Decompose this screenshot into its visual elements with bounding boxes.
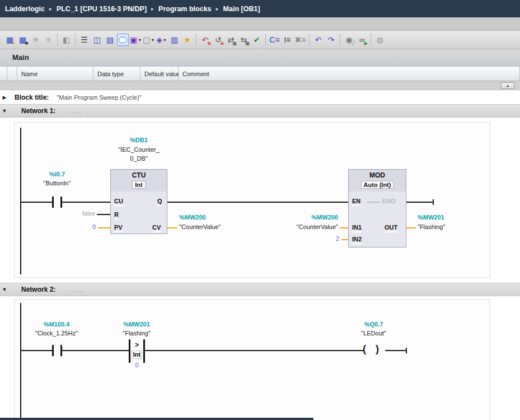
wire: [406, 202, 433, 203]
open-all-networks-icon[interactable]: ✳: [30, 34, 41, 46]
breadcrumb-item[interactable]: PLC_1 [CPU 1516-3 PN/DP]: [57, 5, 147, 13]
contact-bar: [52, 197, 54, 208]
pin-cv: CV: [152, 224, 161, 232]
monitoring-on-off-icon: C≡: [269, 36, 279, 44]
insert-network-icon[interactable]: ▦✶: [4, 34, 16, 46]
network2-header[interactable]: ▼ Network 2: ......: [0, 283, 520, 296]
data-block-icon[interactable]: ◍: [374, 34, 386, 46]
block-title-value[interactable]: "Main Program Sweep (Cycle)": [57, 94, 141, 101]
table-lead-cell: [7, 66, 17, 81]
expand-arrow-icon[interactable]: ▼: [0, 287, 9, 292]
comparator-name[interactable]: "Flashing": [109, 330, 165, 337]
toolbar-separator: [371, 34, 371, 45]
wire: [385, 350, 406, 351]
network-comments-toggle-icon[interactable]: ⋯: [117, 34, 129, 46]
insert-branch-icon[interactable]: ▥: [168, 34, 180, 46]
insert-move-box-icon-dropdown[interactable]: ▼: [163, 38, 167, 42]
comparator-type[interactable]: Int: [128, 349, 146, 359]
power-rail: [20, 128, 21, 274]
expand-arrow-icon[interactable]: ▼: [0, 108, 9, 114]
wire: [167, 202, 348, 203]
jump-to-previous-icon: ↶: [315, 36, 322, 44]
coil-symbol[interactable]: ( ): [363, 343, 382, 355]
test-trace-icon[interactable]: ∞▶: [356, 34, 368, 46]
out-address[interactable]: %MW201: [418, 214, 444, 221]
in1-address[interactable]: %MW200: [254, 214, 338, 221]
modify-operand-icon[interactable]: ✖≡: [294, 34, 306, 46]
in2-operand[interactable]: 2: [313, 235, 339, 242]
en-eno-dash: [367, 202, 380, 203]
in1-name[interactable]: "CounterValue": [254, 223, 338, 230]
insert-comment-box-icon[interactable]: ▢▼: [143, 34, 154, 46]
comparator-operand[interactable]: 0: [128, 362, 146, 368]
monitor-operand-icon: I≡: [284, 36, 291, 44]
column-header-name[interactable]: Name: [17, 66, 93, 81]
wire: [20, 202, 52, 203]
insert-empty-box-icon[interactable]: ▣▼: [130, 34, 142, 46]
coil-name[interactable]: "LEDout": [347, 330, 400, 337]
out-name[interactable]: "Flashing": [418, 223, 445, 230]
column-header-data-type[interactable]: Data type: [93, 66, 140, 81]
mod-type[interactable]: Auto (Int): [361, 181, 394, 189]
contact-name[interactable]: "ButtonIn": [32, 180, 82, 186]
cv-name[interactable]: "CounterValue": [179, 223, 221, 230]
network1-comment-placeholder[interactable]: .....: [71, 108, 82, 114]
collapse-networks-icon[interactable]: ▤: [104, 34, 116, 46]
insert-move-box-icon[interactable]: ◈▼: [156, 34, 167, 46]
bottom-divider: [0, 418, 313, 420]
go-to-previous-error-icon[interactable]: ↶⊗: [199, 34, 211, 46]
block-title-row: ▶ Block title: "Main Program Sweep (Cycl…: [0, 90, 520, 104]
expand-networks-icon[interactable]: ◫: [91, 34, 103, 46]
pin-pv: PV: [114, 224, 123, 232]
jump-to-next-icon[interactable]: ↷: [325, 34, 337, 46]
breadcrumb-item[interactable]: Main [OB1]: [223, 5, 260, 13]
close-all-networks-icon[interactable]: ✳: [43, 34, 54, 46]
breadcrumb-item[interactable]: Program blocks: [158, 5, 211, 13]
column-header-comment[interactable]: Comment: [179, 66, 520, 81]
comparator-operator[interactable]: >: [130, 341, 143, 349]
power-rail: [20, 303, 21, 418]
cv-address[interactable]: %MW200: [179, 214, 206, 221]
jump-to-previous-icon[interactable]: ↶: [312, 34, 324, 46]
favorites-icon[interactable]: ★: [181, 34, 193, 46]
network1-box: [14, 122, 490, 278]
r-operand[interactable]: false: [66, 210, 95, 217]
update-block-call-icon[interactable]: ⇄▦: [225, 34, 237, 46]
comparator-address[interactable]: %MW201: [109, 321, 165, 328]
call-environment-icon-badge: ╱: [352, 41, 355, 46]
call-environment-icon[interactable]: ◉╱: [343, 34, 355, 46]
network2-comment-placeholder[interactable]: ......: [71, 287, 84, 293]
scroll-up-button[interactable]: ▲: [501, 82, 514, 89]
collapse-arrow-icon[interactable]: ▶: [0, 95, 9, 100]
contact-name[interactable]: "Clock_1.25Hz": [28, 330, 85, 337]
column-header-default-value[interactable]: Default value: [140, 66, 179, 81]
wire: [20, 350, 52, 351]
network1-header[interactable]: ▼ Network 1: .....: [0, 104, 520, 118]
insert-empty-box-icon: ▣: [130, 36, 137, 44]
monitoring-on-off-icon[interactable]: C≡: [269, 34, 280, 46]
pv-operand[interactable]: 0: [81, 223, 96, 230]
insert-comment-box-icon-dropdown[interactable]: ▼: [151, 38, 154, 42]
db-address[interactable]: %DB1: [109, 137, 168, 143]
show-operand-lines-icon[interactable]: ☰: [78, 34, 90, 46]
pin-in1: IN1: [352, 224, 362, 232]
breadcrumb-item[interactable]: Ladderlogic: [5, 5, 45, 13]
delete-network-icon[interactable]: ▦✖: [17, 34, 29, 46]
insert-empty-box-icon-dropdown[interactable]: ▼: [138, 38, 142, 42]
db-name-line1[interactable]: "IEC_Counter_: [101, 146, 177, 153]
contact-address[interactable]: %M100.4: [28, 321, 85, 328]
block-name-row: Main: [0, 49, 520, 66]
go-to-previous-error-icon-badge: ⊗: [207, 41, 211, 46]
network-comments-toggle-icon: ⋯: [119, 37, 127, 43]
coil-address[interactable]: %Q0.7: [347, 321, 400, 328]
db-name-line2[interactable]: 0_DB": [101, 155, 177, 162]
rung-end-tick: [433, 199, 434, 205]
go-to-next-error-icon[interactable]: ↺⊗: [212, 34, 224, 46]
keep-rows-icon[interactable]: ◧: [60, 34, 72, 46]
synchronize-block-icon[interactable]: ⇆▦: [238, 34, 250, 46]
contact-address[interactable]: %I0.7: [32, 171, 82, 178]
consistency-check-icon[interactable]: ✔: [251, 34, 263, 46]
wire-orange: [167, 227, 177, 228]
ctu-type[interactable]: Int: [132, 181, 145, 189]
monitor-operand-icon[interactable]: I≡: [282, 34, 293, 46]
